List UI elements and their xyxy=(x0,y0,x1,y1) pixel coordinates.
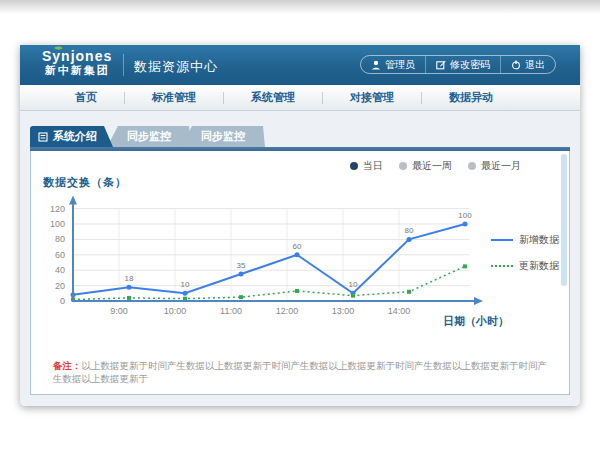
legend-line-solid-icon xyxy=(491,239,513,241)
change-password-button[interactable]: 修改密码 xyxy=(425,56,500,73)
nav-item-system-mgmt[interactable]: 系统管理 xyxy=(224,90,322,105)
content-area: 系统介绍 同步监控 同步监控 当日 最近 xyxy=(20,112,580,406)
radio-last-week[interactable]: 最近一周 xyxy=(399,159,452,173)
nav-item-home[interactable]: 首页 xyxy=(48,90,124,105)
radio-today[interactable]: 当日 xyxy=(350,159,383,173)
radio-label: 最近一周 xyxy=(412,159,452,173)
svg-text:35: 35 xyxy=(237,261,246,270)
svg-text:10: 10 xyxy=(349,280,358,289)
legend-label: 新增数据 xyxy=(519,233,559,247)
svg-text:13:00: 13:00 xyxy=(332,306,355,316)
nav-item-standard-mgmt[interactable]: 标准管理 xyxy=(125,90,223,105)
svg-text:40: 40 xyxy=(55,265,65,275)
change-password-label: 修改密码 xyxy=(450,58,490,72)
edit-icon xyxy=(436,60,446,70)
radio-unselected-icon xyxy=(468,162,476,170)
svg-text:120: 120 xyxy=(50,204,65,214)
radio-label: 当日 xyxy=(363,159,383,173)
nav-item-data-change[interactable]: 数据异动 xyxy=(422,90,520,105)
radio-selected-icon xyxy=(350,162,358,170)
legend-label: 更新数据 xyxy=(519,259,559,273)
logo-text-en: Synjones xyxy=(42,49,112,64)
chart-panel: 当日 最近一周 最近一月 数据交换（条） 0204060801001209:00… xyxy=(30,151,570,395)
line-chart: 0204060801001209:0010:0011:0012:0013:001… xyxy=(39,185,519,335)
svg-text:100: 100 xyxy=(458,211,472,220)
logout-label: 退出 xyxy=(525,58,545,72)
tab-label: 系统介绍 xyxy=(53,129,97,144)
user-icon xyxy=(371,60,381,70)
svg-text:12:00: 12:00 xyxy=(276,306,299,316)
svg-text:10:00: 10:00 xyxy=(164,306,187,316)
app-window: Synjones 新中新集团 数据资源中心 管理员 修改密码 xyxy=(20,45,580,406)
footnote: 备注：以上数据更新于时间产生数据以上数据更新于时间产生数据以上数据更新于时间产生… xyxy=(53,359,553,386)
user-toolbar: 管理员 修改密码 退出 xyxy=(360,55,556,74)
power-icon xyxy=(511,60,521,70)
tab-system-intro[interactable]: 系统介绍 xyxy=(30,126,113,147)
svg-text:14:00: 14:00 xyxy=(388,306,411,316)
svg-text:60: 60 xyxy=(293,242,302,251)
legend-line-dotted-icon xyxy=(491,265,513,267)
svg-text:0: 0 xyxy=(60,296,65,306)
time-range-filter: 当日 最近一周 最近一月 xyxy=(350,159,521,173)
svg-text:日期（小时）: 日期（小时） xyxy=(443,315,509,328)
user-menu[interactable]: 管理员 xyxy=(361,56,425,73)
user-name: 管理员 xyxy=(385,58,415,72)
footnote-text: 以上数据更新于时间产生数据以上数据更新于时间产生数据以上数据更新于时间产生数据以… xyxy=(53,360,547,384)
main-nav: 首页 标准管理 系统管理 对接管理 数据异动 xyxy=(20,85,580,111)
svg-text:80: 80 xyxy=(55,234,65,244)
nav-item-docking-mgmt[interactable]: 对接管理 xyxy=(323,90,421,105)
svg-text:18: 18 xyxy=(125,274,134,283)
tab-label: 同步监控 xyxy=(201,129,245,144)
tab-label: 同步监控 xyxy=(127,129,171,144)
app-header: Synjones 新中新集团 数据资源中心 管理员 修改密码 xyxy=(20,45,580,85)
tab-sync-monitor-2[interactable]: 同步监控 xyxy=(181,126,265,147)
legend-item-new-data: 新增数据 xyxy=(491,233,559,247)
logo-text-cn: 新中新集团 xyxy=(42,64,112,76)
page-background: Synjones 新中新集团 数据资源中心 管理员 修改密码 xyxy=(0,0,600,450)
logo: Synjones 新中新集团 xyxy=(42,49,112,76)
footnote-prefix: 备注： xyxy=(53,360,82,371)
tab-sync-monitor-1[interactable]: 同步监控 xyxy=(107,126,191,147)
header-divider xyxy=(123,54,124,76)
radio-unselected-icon xyxy=(399,162,407,170)
chart-legend: 新增数据 更新数据 xyxy=(491,233,559,273)
legend-item-update-data: 更新数据 xyxy=(491,259,559,273)
radio-last-month[interactable]: 最近一月 xyxy=(468,159,521,173)
svg-text:100: 100 xyxy=(50,219,65,229)
document-icon xyxy=(38,132,48,142)
svg-text:20: 20 xyxy=(55,281,65,291)
svg-text:11:00: 11:00 xyxy=(220,306,242,316)
svg-text:80: 80 xyxy=(405,226,414,235)
svg-text:60: 60 xyxy=(55,250,65,260)
panel-scrollbar[interactable] xyxy=(561,154,567,286)
radio-label: 最近一月 xyxy=(481,159,521,173)
logout-button[interactable]: 退出 xyxy=(500,56,555,73)
tab-bar: 系统介绍 同步监控 同步监控 xyxy=(30,126,265,147)
svg-text:9:00: 9:00 xyxy=(110,306,128,316)
page-title: 数据资源中心 xyxy=(134,58,218,76)
svg-text:10: 10 xyxy=(181,280,190,289)
